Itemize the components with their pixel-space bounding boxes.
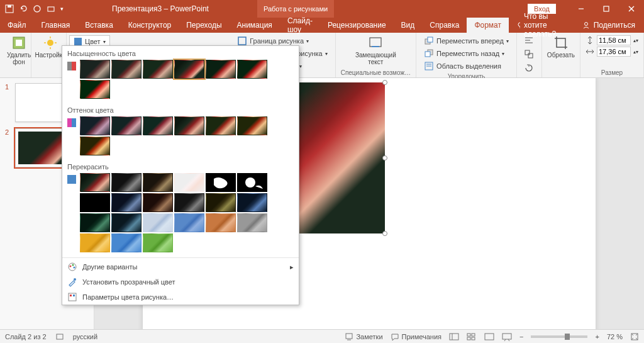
- recolor-preset[interactable]: [143, 193, 173, 212]
- tab-slideshow[interactable]: Слайд-шоу: [280, 18, 320, 33]
- slide-sorter-view-icon[interactable]: [467, 332, 477, 341]
- slide-counter[interactable]: Слайд 2 из 2: [5, 333, 47, 340]
- recolor-preset[interactable]: [206, 193, 236, 212]
- remove-background-button[interactable]: Удалить фон: [5, 35, 33, 65]
- options-icon: [67, 292, 77, 302]
- tone-preset[interactable]: [80, 137, 110, 155]
- close-button[interactable]: [619, 0, 644, 18]
- zoom-out-button[interactable]: −: [519, 333, 523, 340]
- undo-icon[interactable]: [19, 4, 28, 13]
- tab-view[interactable]: Вид: [394, 18, 423, 33]
- tell-me-search[interactable]: Что вы хотите сделать?: [509, 18, 574, 33]
- recolor-preset[interactable]: [80, 213, 110, 232]
- recolor-preset[interactable]: [237, 173, 267, 192]
- reading-view-icon[interactable]: [484, 332, 494, 341]
- tab-review[interactable]: Рецензирование: [320, 18, 394, 33]
- window-title: Презентация3 – PowerPoint: [64, 4, 257, 13]
- selection-pane-icon: [424, 61, 434, 71]
- height-input[interactable]: ▴▾: [586, 35, 638, 45]
- save-icon[interactable]: [5, 4, 14, 13]
- tab-transitions[interactable]: Переходы: [179, 18, 229, 33]
- recolor-preset[interactable]: [143, 233, 173, 252]
- tone-preset[interactable]: [174, 116, 204, 135]
- zoom-slider[interactable]: [531, 335, 587, 338]
- comments-button[interactable]: Примечания: [391, 332, 442, 341]
- tab-help[interactable]: Справка: [422, 18, 467, 33]
- crop-button[interactable]: Обрезать: [547, 35, 575, 59]
- tab-file[interactable]: Файл: [0, 18, 34, 33]
- recolor-preset[interactable]: [237, 193, 267, 212]
- svg-rect-57: [450, 334, 458, 340]
- size-group-label: Размер: [586, 68, 638, 77]
- start-from-beginning-icon[interactable]: [47, 4, 55, 13]
- recolor-preset[interactable]: [143, 213, 173, 232]
- saturation-preset[interactable]: [237, 60, 267, 79]
- more-variants-item[interactable]: Другие варианты ▸: [62, 259, 299, 274]
- svg-rect-41: [72, 62, 76, 70]
- recolor-preset[interactable]: [111, 233, 142, 252]
- minimize-button[interactable]: [569, 0, 594, 18]
- recolor-preset[interactable]: [143, 173, 173, 192]
- thumb-number: 1: [5, 83, 11, 122]
- normal-view-icon[interactable]: [449, 332, 459, 341]
- spellcheck-icon[interactable]: [55, 332, 64, 341]
- svg-rect-62: [472, 337, 475, 340]
- recolor-preset[interactable]: [237, 213, 267, 232]
- tab-insert[interactable]: Вставка: [77, 18, 121, 33]
- recolor-preset[interactable]: [111, 193, 142, 212]
- recolor-preset[interactable]: [80, 193, 110, 212]
- recolor-preset[interactable]: [206, 173, 236, 192]
- set-transparent-color-item[interactable]: Установить прозрачный цвет: [62, 274, 299, 290]
- fit-to-window-icon[interactable]: [630, 332, 639, 341]
- remove-background-icon: [11, 35, 26, 50]
- redo-icon[interactable]: [33, 4, 42, 13]
- recolor-preset[interactable]: [111, 173, 142, 192]
- width-input[interactable]: ▴▾: [586, 47, 638, 57]
- tab-design[interactable]: Конструктор: [121, 18, 179, 33]
- svg-point-13: [47, 40, 53, 46]
- tab-home[interactable]: Главная: [34, 18, 78, 33]
- border-icon: [237, 36, 247, 46]
- tone-preset[interactable]: [111, 116, 142, 135]
- tone-preset[interactable]: [143, 116, 173, 135]
- saturation-preset[interactable]: [206, 60, 236, 79]
- group-icon[interactable]: [524, 49, 534, 59]
- saturation-preset[interactable]: [174, 60, 204, 79]
- tone-preset[interactable]: [206, 116, 236, 135]
- send-backward-button[interactable]: Переместить назад▾: [421, 48, 511, 59]
- alt-text-button[interactable]: Замещающий текст: [341, 35, 411, 65]
- tab-format[interactable]: Формат: [467, 18, 509, 33]
- rotate-icon[interactable]: [524, 63, 534, 73]
- maximize-button[interactable]: [594, 0, 619, 18]
- svg-rect-59: [467, 334, 470, 336]
- thumb-number: 2: [5, 128, 11, 167]
- recolor-preset[interactable]: [80, 173, 110, 192]
- align-icon[interactable]: [524, 35, 534, 45]
- share-button[interactable]: Поделиться: [574, 18, 644, 33]
- svg-rect-52: [70, 295, 72, 296]
- zoom-level[interactable]: 72 %: [607, 333, 623, 340]
- recolor-preset[interactable]: [111, 213, 142, 232]
- comments-icon: [391, 332, 399, 341]
- saturation-preset[interactable]: [143, 60, 173, 79]
- saturation-preset[interactable]: [80, 80, 110, 99]
- saturation-preset[interactable]: [111, 60, 142, 79]
- tone-preset[interactable]: [80, 116, 110, 135]
- notes-button[interactable]: Заметки: [345, 332, 382, 341]
- recolor-preset[interactable]: [174, 193, 204, 212]
- tab-animations[interactable]: Анимация: [230, 18, 280, 33]
- zoom-in-button[interactable]: +: [595, 333, 599, 340]
- notes-icon: [345, 332, 353, 341]
- bring-forward-button[interactable]: Переместить вперед▾: [421, 35, 511, 47]
- recolor-preset[interactable]: [174, 213, 204, 232]
- picture-color-options-item[interactable]: Параметры цвета рисунка…: [62, 290, 299, 305]
- recolor-preset[interactable]: [206, 213, 236, 232]
- saturation-preset[interactable]: [80, 60, 110, 79]
- language-indicator[interactable]: русский: [73, 333, 97, 340]
- recolor-preset[interactable]: [174, 173, 204, 192]
- selection-pane-button[interactable]: Область выделения: [421, 60, 511, 72]
- corrections-button[interactable]: Настройки: [36, 35, 64, 59]
- tone-preset[interactable]: [237, 116, 267, 135]
- recolor-preset[interactable]: [80, 233, 110, 252]
- slideshow-view-icon[interactable]: [502, 332, 512, 341]
